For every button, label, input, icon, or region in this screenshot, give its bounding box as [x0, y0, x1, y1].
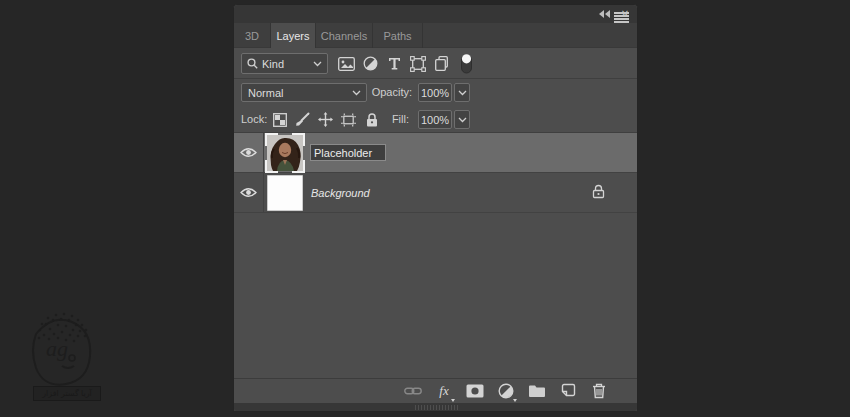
- blend-row: Normal Opacity: 100%: [234, 79, 637, 106]
- opacity-value-text: 100%: [421, 87, 449, 99]
- link-layers-icon[interactable]: [404, 382, 422, 400]
- caret-down-icon: [513, 399, 517, 402]
- visibility-eye-icon[interactable]: [234, 173, 264, 212]
- chevron-down-icon: [458, 90, 467, 96]
- fill-label: Fill:: [392, 113, 409, 125]
- panel-header-bar[interactable]: ✕: [234, 5, 637, 23]
- panel-menu-icon[interactable]: [614, 12, 629, 23]
- type-layers-filter-icon[interactable]: [385, 54, 403, 74]
- layer-row-placeholder[interactable]: [234, 133, 637, 173]
- background-lock-icon: [592, 184, 605, 201]
- panel-bottom-strip: [234, 403, 637, 411]
- delete-layer-icon[interactable]: [590, 382, 608, 400]
- new-adjustment-layer-icon[interactable]: [497, 382, 515, 400]
- pixel-layers-filter-icon[interactable]: [337, 54, 355, 74]
- tab-layers-label: Layers: [276, 30, 309, 42]
- layer-list: Background: [234, 133, 637, 213]
- layer-name-input[interactable]: [310, 144, 386, 161]
- layer-thumbnail-white[interactable]: [267, 175, 303, 211]
- shape-layers-filter-icon[interactable]: [409, 54, 427, 74]
- smart-objects-filter-icon[interactable]: [433, 54, 451, 74]
- tab-channels-label: Channels: [321, 30, 367, 42]
- chevron-down-icon: [458, 117, 467, 123]
- lock-all-icon[interactable]: [364, 112, 379, 128]
- lock-row: Lock: Fill: 100%: [234, 106, 637, 133]
- filter-kind-label: Kind: [262, 58, 284, 70]
- layer-style-icon[interactable]: fx: [435, 382, 453, 400]
- new-layer-icon[interactable]: [559, 382, 577, 400]
- chevron-down-icon: [352, 90, 361, 96]
- tab-paths[interactable]: Paths: [373, 23, 423, 48]
- layer-name-label: Background: [311, 187, 370, 199]
- resize-grip[interactable]: [415, 405, 459, 410]
- fill-value-text: 100%: [421, 114, 449, 126]
- watermark-logo: ag آریا گستر افزار: [6, 308, 110, 414]
- caret-down-icon: [451, 399, 455, 402]
- tab-layers[interactable]: Layers: [271, 23, 316, 48]
- lock-image-pixels-icon[interactable]: [295, 112, 310, 128]
- fill-chevron[interactable]: [454, 110, 470, 129]
- blend-mode-dropdown[interactable]: Normal: [241, 83, 367, 102]
- visibility-eye-icon[interactable]: [234, 133, 264, 172]
- tab-channels[interactable]: Channels: [316, 23, 373, 48]
- chevron-down-icon: [313, 61, 322, 67]
- panel-footer-toolbar: fx: [234, 378, 637, 403]
- fill-value[interactable]: 100%: [418, 110, 452, 129]
- lock-artboard-nesting-icon[interactable]: [341, 112, 356, 128]
- tab-3d-label: 3D: [245, 30, 259, 42]
- opacity-label: Opacity:: [372, 86, 412, 98]
- watermark-face-icon: ag: [6, 308, 110, 414]
- search-icon: [247, 58, 258, 69]
- filter-kind-dropdown[interactable]: Kind: [241, 53, 328, 74]
- layers-panel: ✕ 3D Layers Channels Paths Kind: [233, 4, 638, 412]
- opacity-chevron[interactable]: [454, 83, 470, 102]
- tab-paths-label: Paths: [383, 30, 411, 42]
- watermark-caption: آریا گستر افزار: [33, 386, 101, 401]
- panel-tab-bar: 3D Layers Channels Paths: [234, 23, 637, 48]
- lock-transparent-pixels-icon[interactable]: [272, 112, 287, 128]
- layer-thumbnail-portrait[interactable]: [267, 135, 303, 171]
- tab-3d[interactable]: 3D: [234, 23, 271, 48]
- collapse-panels-icon[interactable]: [597, 8, 613, 20]
- fx-label: fx: [439, 383, 448, 399]
- blend-mode-value: Normal: [248, 87, 283, 99]
- watermark-letters: ag: [46, 336, 68, 361]
- layer-row-background[interactable]: Background: [234, 173, 637, 213]
- layer-filtering-toggle[interactable]: [457, 54, 475, 74]
- lock-position-icon[interactable]: [318, 112, 333, 128]
- new-group-icon[interactable]: [528, 382, 546, 400]
- opacity-value[interactable]: 100%: [418, 83, 452, 102]
- add-layer-mask-icon[interactable]: [466, 382, 484, 400]
- adjustment-layers-filter-icon[interactable]: [361, 54, 379, 74]
- filter-row: Kind: [234, 48, 637, 79]
- lock-label: Lock:: [241, 113, 267, 125]
